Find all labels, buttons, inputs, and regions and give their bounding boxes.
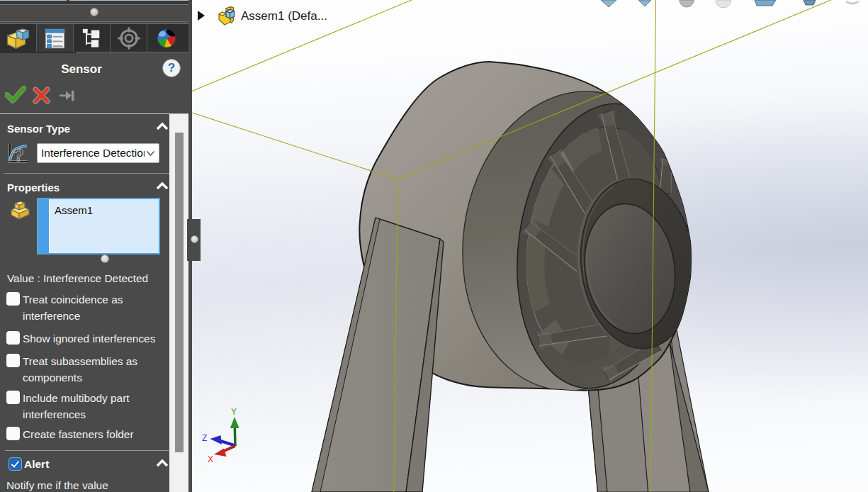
svg-text:X: X xyxy=(208,454,213,464)
svg-text:?: ? xyxy=(13,145,24,164)
svg-text:Y: Y xyxy=(231,407,237,417)
svg-text:Z: Z xyxy=(202,433,207,443)
